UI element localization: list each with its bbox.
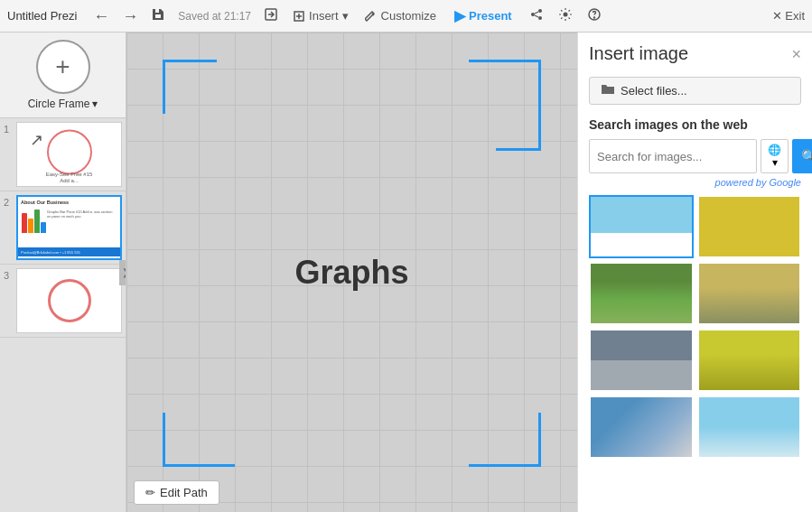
canvas-area[interactable]: Graphs ✏ Edit Path	[126, 33, 577, 512]
slide1-circle	[47, 130, 92, 175]
slide-num-3: 3	[4, 268, 16, 281]
slide2-chart	[22, 209, 46, 233]
slide2-footer-text: Product@BrIcksbd.com • +1 855 555	[21, 250, 80, 255]
select-files-button[interactable]: Select files...	[589, 77, 801, 105]
image-preview-8	[699, 397, 800, 457]
topbar: Untitled Prezi ← → Saved at 21:17 Insert…	[0, 0, 812, 33]
exit-label: Exit	[785, 9, 805, 23]
settings-button[interactable]	[554, 5, 577, 27]
image-result-6[interactable]	[697, 329, 802, 392]
panel-title: Insert image	[589, 43, 688, 64]
insert-chevron: ▾	[342, 9, 349, 23]
slide-num-2: 2	[4, 195, 16, 208]
image-preview-3	[591, 264, 692, 323]
search-row: 🌐▾ 🔍	[589, 139, 801, 173]
panel-close-button[interactable]: ×	[791, 46, 801, 62]
image-preview-5	[591, 330, 692, 390]
slide3-circle	[48, 279, 91, 322]
share-save-button[interactable]	[260, 5, 282, 26]
slide-num-1: 1	[4, 122, 16, 135]
insert-image-panel: Insert image × Select files... Search im…	[577, 33, 812, 512]
slide1-text: Easy-See Free #15Add a...	[19, 172, 119, 184]
edit-path-button[interactable]: ✏ Edit Path	[134, 480, 219, 505]
globe-icon: 🌐	[768, 144, 781, 156]
sidebar: + Circle Frame ▾ 1 ↗ Easy-See Free #15Ad…	[0, 33, 126, 512]
search-language-button[interactable]: 🌐▾	[761, 139, 789, 173]
insert-label: Insert	[309, 9, 339, 23]
image-preview-4	[699, 264, 800, 323]
image-result-5[interactable]	[589, 329, 694, 392]
help-button[interactable]	[583, 5, 606, 27]
svg-point-9	[563, 12, 567, 16]
image-result-3[interactable]	[589, 262, 694, 325]
image-preview-6	[699, 330, 800, 390]
save-button[interactable]	[147, 5, 169, 26]
edit-path-label: Edit Path	[160, 486, 208, 499]
select-files-label: Select files...	[621, 84, 687, 98]
svg-point-6	[538, 16, 542, 20]
slide-item-3[interactable]: 3	[0, 265, 126, 338]
main-layout: + Circle Frame ▾ 1 ↗ Easy-See Free #15Ad…	[0, 33, 812, 512]
image-result-1[interactable]	[589, 195, 694, 258]
svg-line-8	[535, 15, 538, 17]
google-brand: Google	[770, 177, 801, 188]
slide-thumb-2[interactable]: About Our Business Graphs Bar Pane #15 A…	[16, 195, 122, 260]
redo-button[interactable]: →	[118, 6, 142, 26]
image-preview-1	[591, 197, 692, 256]
plus-icon: +	[55, 54, 70, 79]
present-button[interactable]: ▶ Present	[447, 5, 519, 26]
insert-button[interactable]: Insert ▾	[287, 7, 354, 24]
canvas-grid	[126, 33, 577, 512]
sidebar-collapse-handle[interactable]: ❯	[119, 260, 126, 285]
svg-point-4	[538, 9, 542, 13]
image-result-4[interactable]	[697, 262, 802, 325]
exit-button[interactable]: ✕ Exit	[772, 9, 805, 23]
customize-label: Customize	[381, 9, 436, 23]
frame-dropdown-icon: ▾	[92, 98, 98, 110]
saved-status: Saved at 21:17	[178, 10, 251, 23]
image-preview-2	[699, 197, 800, 256]
image-result-2[interactable]	[697, 195, 802, 258]
search-section-title: Search images on the web	[589, 117, 801, 132]
pencil-icon: ✏	[145, 486, 155, 499]
slide2-title: About Our Business	[21, 200, 69, 205]
powered-by: powered by Google	[589, 177, 801, 188]
frame-label[interactable]: Circle Frame ▾	[28, 98, 98, 110]
app-title: Untitled Prezi	[7, 9, 77, 23]
image-grid	[589, 195, 801, 459]
slide-thumb-1[interactable]: ↗ Easy-See Free #15Add a...	[16, 122, 122, 187]
svg-point-5	[531, 13, 535, 16]
frame-selector[interactable]: + Circle Frame ▾	[0, 33, 126, 118]
image-result-8[interactable]	[697, 396, 802, 459]
circle-frame-icon[interactable]: +	[36, 40, 90, 94]
svg-point-11	[593, 17, 594, 18]
share-button[interactable]	[525, 5, 548, 27]
slide-thumb-3[interactable]	[16, 268, 122, 333]
svg-line-7	[535, 12, 538, 14]
image-result-7[interactable]	[589, 396, 694, 459]
close-icon: ✕	[772, 9, 782, 23]
image-preview-7	[591, 397, 692, 457]
slide2-body: Graphs Bar Pane #15 Add a. aas section o…	[47, 209, 117, 219]
search-icon: 🔍	[801, 149, 812, 163]
slide-item-1[interactable]: 1 ↗ Easy-See Free #15Add a...	[0, 118, 126, 191]
folder-icon	[601, 83, 615, 98]
present-label: Present	[469, 9, 512, 23]
panel-header: Insert image ×	[589, 43, 801, 64]
slide2-footer: Product@BrIcksbd.com • +1 855 555	[18, 247, 120, 256]
play-icon: ▶	[454, 7, 465, 24]
search-input[interactable]	[589, 139, 757, 173]
customize-button[interactable]: Customize	[359, 7, 442, 24]
undo-button[interactable]: ←	[89, 6, 113, 26]
slide-item-2[interactable]: 2 About Our Business Graphs Bar Pane #15…	[0, 191, 126, 265]
slide1-arrow: ↗	[30, 130, 43, 150]
search-go-button[interactable]: 🔍	[792, 139, 812, 173]
